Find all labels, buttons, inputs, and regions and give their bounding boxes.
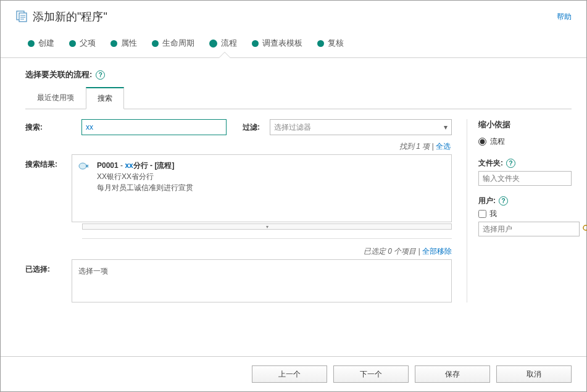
selected-row: 已选择: 选择一项 (25, 259, 452, 302)
narrow-panel: 缩小依据 流程 文件夹: ? 用户: ? 我 (467, 119, 572, 302)
step-label: 生命周期 (162, 38, 194, 49)
step-label: 创建 (38, 38, 54, 49)
step-dot-icon (317, 40, 324, 47)
dialog-title: 添加新的"程序" (33, 9, 107, 24)
search-icon[interactable] (582, 224, 587, 234)
user-input-wrap (478, 222, 572, 236)
section-title: 选择要关联的流程: ? (25, 69, 572, 80)
main-layout: 搜索: 过滤: 选择过滤器 找到 1 项 | 全选 搜索结果: (25, 119, 572, 302)
save-button[interactable]: 保存 (415, 365, 490, 383)
result-text: P0001 - xx分行 - [流程] XX银行XX省分行 每月对员工诚信准则进… (97, 160, 193, 193)
splitter-handle[interactable] (82, 223, 452, 230)
copy-icon (15, 10, 28, 24)
help-icon[interactable]: ? (506, 159, 515, 168)
me-label: 我 (489, 209, 497, 219)
step-lifecycle[interactable]: 生命周期 (146, 33, 203, 57)
selected-count-text: 已选定 0 个项目 (364, 247, 416, 256)
step-survey-template[interactable]: 调查表模板 (246, 33, 311, 57)
me-checkbox-row: 我 (478, 209, 572, 219)
filter-select[interactable]: 选择过滤器 (270, 119, 452, 135)
results-box: P0001 - xx分行 - [流程] XX银行XX省分行 每月对员工诚信准则进… (72, 154, 452, 222)
step-create[interactable]: 创建 (22, 33, 63, 57)
results-label: 搜索结果: (25, 154, 72, 222)
left-column: 搜索: 过滤: 选择过滤器 找到 1 项 | 全选 搜索结果: (25, 119, 452, 302)
result-match: xx (125, 161, 133, 170)
tab-recent[interactable]: 最近使用项 (25, 87, 86, 109)
process-icon (78, 161, 91, 171)
found-row: 找到 1 项 | 全选 (82, 141, 452, 152)
filter-placeholder: 选择过滤器 (274, 122, 311, 133)
result-rest: 分行 - [流程] (133, 161, 175, 170)
remove-all-link[interactable]: 全部移除 (422, 247, 452, 256)
result-line3: 每月对员工诚信准则进行宣贯 (97, 182, 193, 193)
selected-box: 选择一项 (72, 259, 452, 302)
result-item[interactable]: P0001 - xx分行 - [流程] XX银行XX省分行 每月对员工诚信准则进… (78, 160, 445, 193)
selected-label: 已选择: (25, 259, 72, 302)
tabs: 最近使用项 搜索 (25, 86, 572, 109)
radio-process-row: 流程 (478, 136, 572, 147)
result-title: P0001 - xx分行 - [流程] (97, 160, 193, 171)
narrow-title: 缩小依据 (478, 119, 572, 130)
me-checkbox[interactable] (478, 210, 486, 218)
search-row: 搜索: 过滤: 选择过滤器 (25, 119, 452, 135)
selected-count-row: 已选定 0 个项目 | 全部移除 (82, 246, 452, 257)
step-parent[interactable]: 父项 (63, 33, 104, 57)
step-dot-icon (152, 40, 159, 47)
folder-label: 文件夹: ? (478, 158, 572, 169)
step-review[interactable]: 复核 (311, 33, 352, 57)
prev-button[interactable]: 上一个 (252, 365, 327, 383)
filter-label: 过滤: (243, 119, 260, 133)
folder-input[interactable] (478, 171, 572, 186)
result-code: P0001 (97, 161, 119, 170)
svg-point-5 (79, 163, 86, 169)
step-label: 流程 (221, 38, 237, 49)
selected-placeholder: 选择一项 (78, 267, 108, 275)
cancel-button[interactable]: 取消 (496, 365, 572, 383)
divider (82, 238, 452, 239)
dialog-header: 添加新的"程序" 帮助 (1, 1, 586, 30)
next-button[interactable]: 下一个 (333, 365, 409, 383)
step-label: 复核 (328, 38, 344, 49)
step-process[interactable]: 流程 (203, 33, 246, 57)
step-dot-icon (69, 40, 76, 47)
search-label: 搜索: (25, 119, 72, 133)
step-attributes[interactable]: 属性 (104, 33, 146, 57)
radio-process-label: 流程 (490, 136, 505, 147)
footer: 上一个 下一个 保存 取消 (1, 356, 586, 391)
user-label: 用户: ? (478, 196, 572, 206)
help-icon[interactable]: ? (96, 70, 105, 80)
step-dot-icon (110, 40, 117, 47)
results-area: 找到 1 项 | 全选 (82, 141, 452, 152)
help-icon[interactable]: ? (499, 196, 508, 206)
selected-meta: 已选定 0 个项目 | 全部移除 (82, 246, 452, 257)
section-title-text: 选择要关联的流程: (25, 69, 92, 80)
step-dot-icon (209, 40, 217, 48)
radio-process[interactable] (478, 138, 486, 146)
step-label: 父项 (80, 38, 96, 49)
svg-point-6 (583, 225, 587, 230)
result-line2: XX银行XX省分行 (97, 171, 193, 182)
title-wrap: 添加新的"程序" (15, 9, 107, 24)
search-input[interactable] (81, 119, 227, 135)
step-dot-icon (252, 40, 259, 47)
help-link[interactable]: 帮助 (557, 12, 572, 22)
step-label: 属性 (121, 38, 137, 49)
dialog: 添加新的"程序" 帮助 创建 父项 属性 生命周期 流程 调查表模板 复核 选择… (0, 0, 587, 392)
wizard-steps: 创建 父项 属性 生命周期 流程 调查表模板 复核 (1, 30, 586, 58)
tab-search[interactable]: 搜索 (86, 87, 124, 109)
step-label: 调查表模板 (262, 38, 302, 49)
content: 选择要关联的流程: ? 最近使用项 搜索 搜索: 过滤: 选择过滤器 找到 1 … (1, 58, 586, 302)
results-row: 搜索结果: P0001 - xx分行 - [流程] XX银行XX省分行 每月对员… (25, 154, 452, 222)
found-text: 找到 1 项 (399, 142, 430, 151)
step-dot-icon (28, 40, 35, 47)
user-input[interactable] (478, 222, 580, 236)
select-all-link[interactable]: 全选 (436, 142, 451, 151)
